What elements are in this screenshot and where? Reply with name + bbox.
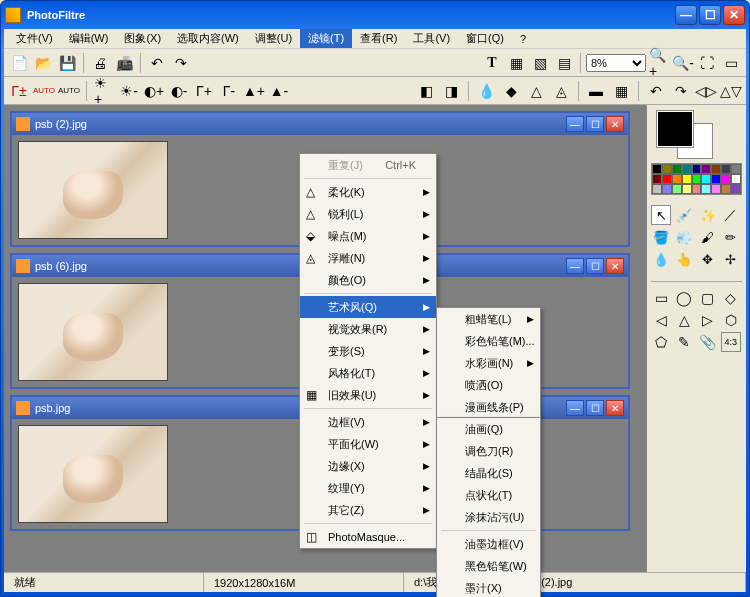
menu-entry[interactable]: 墨汁(X) (437, 577, 540, 597)
menu-entry[interactable]: 边框(V)▶ (300, 411, 436, 433)
close-button[interactable]: ✕ (723, 5, 745, 25)
palette-color[interactable] (652, 184, 662, 194)
diamond-shape[interactable]: ◇ (721, 288, 741, 308)
rect-shape[interactable]: ▭ (651, 288, 671, 308)
relief-icon[interactable]: ◬ (550, 80, 572, 102)
image-thumbnail[interactable] (18, 425, 168, 523)
palette-color[interactable] (721, 184, 731, 194)
rotate-right-icon[interactable]: ↷ (670, 80, 692, 102)
doc-close[interactable]: ✕ (606, 258, 624, 274)
palette-color[interactable] (672, 174, 682, 184)
palette-color[interactable] (692, 184, 702, 194)
minimize-button[interactable]: — (675, 5, 697, 25)
triangle-right-shape[interactable]: ▷ (698, 310, 718, 330)
palette-color[interactable] (721, 174, 731, 184)
menu-item[interactable]: 滤镜(T) (300, 29, 352, 48)
fit-button[interactable]: ⛶ (696, 52, 718, 74)
palette-color[interactable] (711, 164, 721, 174)
menu-entry[interactable]: 点状化(T) (437, 484, 540, 506)
menu-entry[interactable]: ▦旧效果(U)▶ (300, 384, 436, 406)
saturation-up-icon[interactable]: ▲+ (243, 80, 265, 102)
triangle-left-shape[interactable]: ◁ (651, 310, 671, 330)
menu-item[interactable]: 窗口(Q) (458, 29, 512, 48)
menu-item[interactable]: 文件(V) (8, 29, 61, 48)
menu-entry[interactable]: 视觉效果(R)▶ (300, 318, 436, 340)
eyedropper-tool[interactable]: 💉 (674, 205, 694, 225)
palette-color[interactable] (652, 174, 662, 184)
roundrect-shape[interactable]: ▢ (698, 288, 718, 308)
menu-entry[interactable]: 边缘(X)▶ (300, 455, 436, 477)
save-button[interactable]: 💾 (56, 52, 78, 74)
menu-entry[interactable]: 其它(Z)▶ (300, 499, 436, 521)
menu-item[interactable]: 工具(V) (405, 29, 458, 48)
auto-contrast-button[interactable]: AUTO (58, 80, 80, 102)
menu-entry[interactable]: 艺术风(Q)▶ (300, 296, 436, 318)
zoom-out-button[interactable]: 🔍- (672, 52, 694, 74)
sepia-button[interactable]: ◨ (440, 80, 462, 102)
blur-tool[interactable]: 💧 (651, 249, 671, 269)
menu-item[interactable]: 选取内容(W) (169, 29, 247, 48)
doc-minimize[interactable]: — (566, 400, 584, 416)
doc-maximize[interactable]: ☐ (586, 116, 604, 132)
layers-button[interactable]: ▦ (505, 52, 527, 74)
scan-button[interactable]: 📠 (113, 52, 135, 74)
wand-tool[interactable]: ✨ (698, 205, 718, 225)
menu-entry[interactable]: 漫画线条(P) (437, 396, 540, 418)
menu-item[interactable]: 编辑(W) (61, 29, 117, 48)
saturation-down-icon[interactable]: ▲- (268, 80, 290, 102)
palette-color[interactable] (701, 184, 711, 194)
palette-color[interactable] (662, 164, 672, 174)
new-button[interactable]: 📄 (8, 52, 30, 74)
menu-item[interactable]: 图象(X) (116, 29, 169, 48)
palette-color[interactable] (692, 174, 702, 184)
palette-color[interactable] (692, 164, 702, 174)
move-tool[interactable]: ✢ (721, 249, 741, 269)
flip-v-icon[interactable]: △▽ (720, 80, 742, 102)
doc-minimize[interactable]: — (566, 258, 584, 274)
line-tool[interactable]: ／ (721, 205, 741, 225)
gamma-up-icon[interactable]: Γ+ (193, 80, 215, 102)
browse-button[interactable]: ▧ (529, 52, 551, 74)
sharpen-icon[interactable]: ◆ (500, 80, 522, 102)
palette-color[interactable] (711, 184, 721, 194)
image-thumbnail[interactable] (18, 141, 168, 239)
palette-color[interactable] (662, 184, 672, 194)
mask-button[interactable]: ▦ (610, 80, 632, 102)
palette-color[interactable] (731, 174, 741, 184)
brightness-up-icon[interactable]: ☀+ (93, 80, 115, 102)
auto-level-button[interactable]: AUTO (33, 80, 55, 102)
maximize-button[interactable]: ☐ (699, 5, 721, 25)
gamma-down-icon[interactable]: Γ- (218, 80, 240, 102)
spray-tool[interactable]: 💨 (674, 227, 694, 247)
palette-color[interactable] (662, 174, 672, 184)
palette-color[interactable] (701, 174, 711, 184)
foreground-color[interactable] (657, 111, 693, 147)
redo-button[interactable]: ↷ (170, 52, 192, 74)
menu-entry[interactable]: ◫PhotoMasque... (300, 526, 436, 548)
contrast-up-icon[interactable]: ◐+ (143, 80, 165, 102)
menu-entry[interactable]: 调色刀(R) (437, 440, 540, 462)
preview-button[interactable]: ▤ (553, 52, 575, 74)
menu-item[interactable]: 查看(R) (352, 29, 405, 48)
palette-color[interactable] (672, 164, 682, 174)
undo-button[interactable]: ↶ (146, 52, 168, 74)
menu-entry[interactable]: 风格化(T)▶ (300, 362, 436, 384)
palette-color[interactable] (701, 164, 711, 174)
menu-entry[interactable]: △锐利(L)▶ (300, 203, 436, 225)
palette-color[interactable] (731, 164, 741, 174)
image-thumbnail[interactable] (18, 283, 168, 381)
ellipse-shape[interactable]: ◯ (674, 288, 694, 308)
menu-entry[interactable]: 喷洒(O) (437, 374, 540, 396)
palette-color[interactable] (711, 174, 721, 184)
open-button[interactable]: 📂 (32, 52, 54, 74)
menu-entry[interactable]: 油墨边框(V) (437, 533, 540, 555)
menu-entry[interactable]: △柔化(K)▶ (300, 181, 436, 203)
doc-maximize[interactable]: ☐ (586, 400, 604, 416)
polygon-shape[interactable]: ⬠ (651, 332, 671, 352)
print-button[interactable]: 🖨 (89, 52, 111, 74)
lasso-shape[interactable]: ⬡ (721, 310, 741, 330)
soften-icon[interactable]: △ (525, 80, 547, 102)
brush-tool[interactable]: 🖌 (698, 227, 718, 247)
palette-color[interactable] (682, 184, 692, 194)
pointer-tool[interactable]: ↖ (651, 205, 671, 225)
